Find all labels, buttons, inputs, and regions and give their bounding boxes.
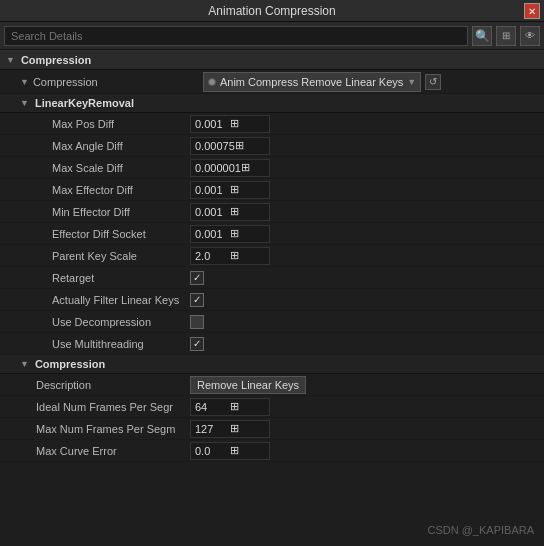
min-effector-diff-box[interactable]: 0.001 ⊞ — [190, 203, 270, 221]
parent-key-scale-expand[interactable]: ⊞ — [230, 249, 265, 262]
max-curve-error-label: Max Curve Error — [0, 445, 190, 457]
max-pos-diff-label: Max Pos Diff — [0, 118, 190, 130]
max-angle-diff-expand[interactable]: ⊞ — [235, 139, 265, 152]
section-linear-key-removal[interactable]: ▼ LinearKeyRemoval — [0, 94, 544, 113]
use-multithreading-checkbox[interactable] — [190, 337, 204, 351]
section-compression-top[interactable]: ▼ Compression — [0, 50, 544, 70]
compression-sub-arrow: ▼ — [20, 77, 29, 87]
max-num-frames-box[interactable]: 127 ⊞ — [190, 420, 270, 438]
toolbar: 🔍 ⊞ 👁 — [0, 22, 544, 50]
section-compression-bottom[interactable]: ▼ Compression — [0, 355, 544, 374]
max-scale-diff-text: 0.000001 — [195, 162, 241, 174]
row-use-decompression: Use Decompression — [0, 311, 544, 333]
grid-view-button[interactable]: ⊞ — [496, 26, 516, 46]
retarget-value — [190, 271, 544, 285]
use-multithreading-value — [190, 337, 544, 351]
actually-filter-checkbox[interactable] — [190, 293, 204, 307]
row-retarget: Retarget — [0, 267, 544, 289]
ideal-num-frames-label: Ideal Num Frames Per Segr — [0, 401, 190, 413]
max-pos-diff-box[interactable]: 0.001 ⊞ — [190, 115, 270, 133]
watermark: CSDN @_KAPIBARA — [427, 524, 534, 536]
max-curve-error-value: 0.0 ⊞ — [190, 442, 544, 460]
row-effector-diff-socket: Effector Diff Socket 0.001 ⊞ — [0, 223, 544, 245]
max-num-frames-value: 127 ⊞ — [190, 420, 544, 438]
dropdown-dot — [208, 78, 216, 86]
compression-dropdown-container: Anim Compress Remove Linear Keys ▼ ↺ — [203, 72, 441, 92]
effector-diff-socket-expand[interactable]: ⊞ — [230, 227, 265, 240]
use-multithreading-label: Use Multithreading — [0, 338, 190, 350]
max-pos-diff-expand[interactable]: ⊞ — [230, 117, 265, 130]
max-scale-diff-expand[interactable]: ⊞ — [241, 161, 265, 174]
max-angle-diff-box[interactable]: 0.00075 ⊞ — [190, 137, 270, 155]
retarget-label: Retarget — [0, 272, 190, 284]
max-curve-error-text: 0.0 — [195, 445, 230, 457]
max-pos-diff-value: 0.001 ⊞ — [190, 115, 544, 133]
window-title: Animation Compression — [208, 4, 335, 18]
row-actually-filter: Actually Filter Linear Keys — [0, 289, 544, 311]
max-num-frames-text: 127 — [195, 423, 230, 435]
reset-button[interactable]: ↺ — [425, 74, 441, 90]
close-button[interactable]: ✕ — [524, 3, 540, 19]
min-effector-diff-text: 0.001 — [195, 206, 230, 218]
max-effector-diff-label: Max Effector Diff — [0, 184, 190, 196]
max-num-frames-expand[interactable]: ⊞ — [230, 422, 265, 435]
max-scale-diff-label: Max Scale Diff — [0, 162, 190, 174]
effector-diff-socket-box[interactable]: 0.001 ⊞ — [190, 225, 270, 243]
max-scale-diff-box[interactable]: 0.000001 ⊞ — [190, 159, 270, 177]
eye-button[interactable]: 👁 — [520, 26, 540, 46]
min-effector-diff-expand[interactable]: ⊞ — [230, 205, 265, 218]
min-effector-diff-value: 0.001 ⊞ — [190, 203, 544, 221]
description-text: Remove Linear Keys — [197, 379, 299, 391]
row-max-pos-diff: Max Pos Diff 0.001 ⊞ — [0, 113, 544, 135]
max-angle-diff-text: 0.00075 — [195, 140, 235, 152]
ideal-num-frames-box[interactable]: 64 ⊞ — [190, 398, 270, 416]
use-decompression-label: Use Decompression — [0, 316, 190, 328]
description-label: Description — [0, 379, 190, 391]
compression-sub-label: Compression — [33, 76, 203, 88]
linear-key-label: LinearKeyRemoval — [35, 97, 134, 109]
ideal-num-frames-expand[interactable]: ⊞ — [230, 400, 265, 413]
row-max-scale-diff: Max Scale Diff 0.000001 ⊞ — [0, 157, 544, 179]
compression-top-label: Compression — [21, 54, 91, 66]
parent-key-scale-value: 2.0 ⊞ — [190, 247, 544, 265]
ideal-num-frames-value: 64 ⊞ — [190, 398, 544, 416]
description-value-box: Remove Linear Keys — [190, 376, 306, 394]
use-decompression-checkbox[interactable] — [190, 315, 204, 329]
max-pos-diff-text: 0.001 — [195, 118, 230, 130]
parent-key-scale-box[interactable]: 2.0 ⊞ — [190, 247, 270, 265]
compression-top-arrow: ▼ — [6, 55, 15, 65]
compression-sub-row: ▼ Compression Anim Compress Remove Linea… — [0, 70, 544, 94]
effector-diff-socket-value: 0.001 ⊞ — [190, 225, 544, 243]
row-description: Description Remove Linear Keys — [0, 374, 544, 396]
max-num-frames-label: Max Num Frames Per Segm — [0, 423, 190, 435]
row-ideal-num-frames: Ideal Num Frames Per Segr 64 ⊞ — [0, 396, 544, 418]
max-scale-diff-value: 0.000001 ⊞ — [190, 159, 544, 177]
max-effector-diff-text: 0.001 — [195, 184, 230, 196]
ideal-num-frames-text: 64 — [195, 401, 230, 413]
compression-dropdown[interactable]: Anim Compress Remove Linear Keys ▼ — [203, 72, 421, 92]
max-curve-error-box[interactable]: 0.0 ⊞ — [190, 442, 270, 460]
effector-diff-socket-text: 0.001 — [195, 228, 230, 240]
max-curve-error-expand[interactable]: ⊞ — [230, 444, 265, 457]
search-input[interactable] — [4, 26, 468, 46]
effector-diff-socket-label: Effector Diff Socket — [0, 228, 190, 240]
max-effector-diff-value: 0.001 ⊞ — [190, 181, 544, 199]
retarget-checkbox[interactable] — [190, 271, 204, 285]
parent-key-scale-text: 2.0 — [195, 250, 230, 262]
actually-filter-value — [190, 293, 544, 307]
min-effector-diff-label: Min Effector Diff — [0, 206, 190, 218]
max-effector-diff-box[interactable]: 0.001 ⊞ — [190, 181, 270, 199]
title-bar: Animation Compression ✕ — [0, 0, 544, 22]
row-use-multithreading: Use Multithreading — [0, 333, 544, 355]
search-icon-button[interactable]: 🔍 — [472, 26, 492, 46]
max-angle-diff-value: 0.00075 ⊞ — [190, 137, 544, 155]
compression-bottom-label: Compression — [35, 358, 105, 370]
use-decompression-value — [190, 315, 544, 329]
dropdown-arrow-icon: ▼ — [407, 77, 416, 87]
row-min-effector-diff: Min Effector Diff 0.001 ⊞ — [0, 201, 544, 223]
row-parent-key-scale: Parent Key Scale 2.0 ⊞ — [0, 245, 544, 267]
content-area: ▼ Compression ▼ Compression Anim Compres… — [0, 50, 544, 546]
row-max-effector-diff: Max Effector Diff 0.001 ⊞ — [0, 179, 544, 201]
parent-key-scale-label: Parent Key Scale — [0, 250, 190, 262]
max-effector-diff-expand[interactable]: ⊞ — [230, 183, 265, 196]
